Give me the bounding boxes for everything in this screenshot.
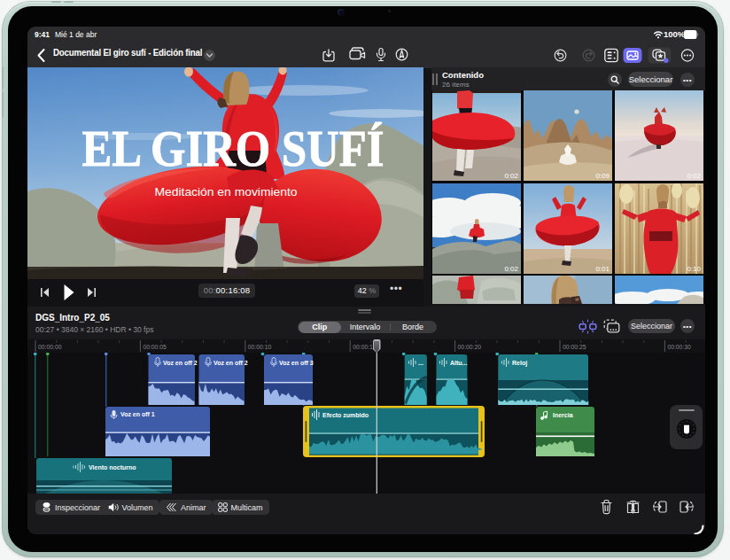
svg-text:Meditación en movimiento: Meditación en movimiento xyxy=(155,185,298,198)
svg-text:Altu...: Altu... xyxy=(450,360,467,366)
svg-text:0:02: 0:02 xyxy=(504,265,518,273)
svg-text:Voz en off 3: Voz en off 3 xyxy=(279,360,314,366)
svg-text:00:00:05: 00:00:05 xyxy=(143,344,167,350)
svg-text:00:00:10: 00:00:10 xyxy=(248,344,272,350)
svg-text:Voz en off 2: Voz en off 2 xyxy=(214,360,248,366)
svg-text:00:00:30: 00:00:30 xyxy=(667,344,691,350)
svg-text:0:02: 0:02 xyxy=(504,172,518,180)
svg-text:Reloj: Reloj xyxy=(512,360,527,367)
svg-text:Viento nocturno: Viento nocturno xyxy=(89,464,136,471)
svg-text:EL GIRO SUFÍ: EL GIRO SUFÍ xyxy=(82,121,384,176)
svg-text:...: ... xyxy=(418,360,423,366)
svg-text:Voz en off 2: Voz en off 2 xyxy=(163,360,198,366)
svg-text:0:02: 0:02 xyxy=(687,172,701,180)
svg-text:Inercia: Inercia xyxy=(553,412,573,418)
svg-text:00:00:25: 00:00:25 xyxy=(563,344,586,350)
svg-text:00:00:00: 00:00:00 xyxy=(38,344,62,350)
svg-text:Voz en off 1: Voz en off 1 xyxy=(120,411,155,417)
svg-text:00:00:20: 00:00:20 xyxy=(458,344,482,350)
svg-text:0:01: 0:01 xyxy=(595,265,610,273)
svg-text:0:10: 0:10 xyxy=(687,265,701,273)
svg-text:Efecto zumbido: Efecto zumbido xyxy=(322,412,369,418)
svg-text:0:09: 0:09 xyxy=(595,172,610,180)
